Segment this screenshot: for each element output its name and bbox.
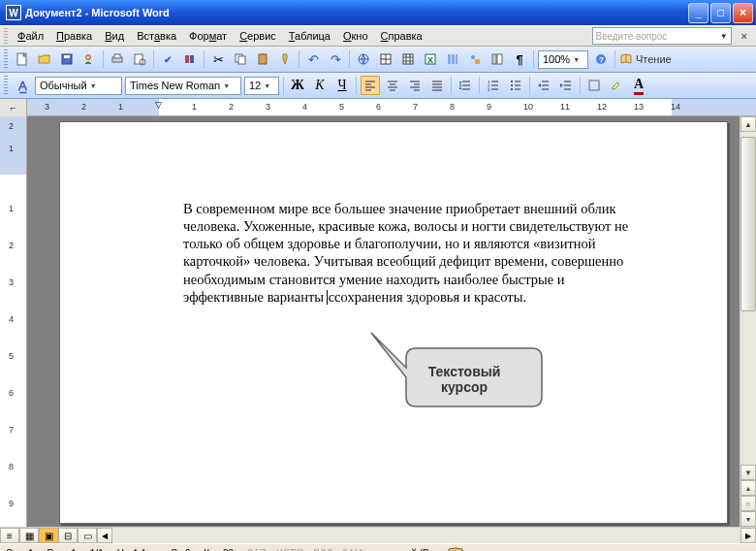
scroll-thumb[interactable] (740, 137, 756, 311)
font-size-combo[interactable]: 12▼ (244, 77, 279, 95)
document-close-button[interactable]: × (737, 28, 752, 44)
close-button[interactable]: × (733, 3, 753, 23)
page[interactable]: В современном мире все большее значение … (59, 121, 728, 524)
reading-layout-button[interactable]: Чтение (619, 52, 672, 66)
web-layout-button[interactable]: ▦ (19, 528, 39, 543)
document-text[interactable]: В современном мире все большее значение … (183, 200, 648, 306)
menu-справка[interactable]: Справка (375, 28, 428, 44)
align-left-button[interactable] (361, 76, 380, 95)
vertical-scrollbar[interactable]: ▲ ▼ ▴ ○ ▾ (740, 116, 756, 527)
cut-button[interactable]: ✂ (208, 49, 228, 69)
font-combo[interactable]: Times New Roman▼ (125, 77, 241, 95)
menu-вставка[interactable]: Вставка (131, 28, 182, 44)
italic-button[interactable]: К (310, 76, 330, 95)
ruler-number: 8 (450, 102, 455, 112)
justify-button[interactable] (427, 76, 447, 95)
status-bar: Стр. 1 Разд 1 1/1 На 4,4см Ст 6 Кол 22 З… (0, 543, 756, 551)
numbering-button[interactable]: 123 (484, 76, 503, 95)
next-page-button[interactable]: ▾ (740, 511, 756, 527)
undo-button[interactable]: ↶ (303, 49, 323, 69)
menu-файл[interactable]: Файл (12, 28, 49, 44)
borders-button[interactable] (584, 76, 604, 95)
document-area[interactable]: В современном мире все большее значение … (27, 116, 756, 527)
line-spacing-button[interactable] (456, 76, 475, 95)
maximize-button[interactable]: □ (710, 3, 731, 23)
print-layout-button[interactable]: ▣ (39, 528, 58, 543)
dropdown-icon[interactable]: ▼ (573, 56, 580, 63)
previous-page-button[interactable]: ▴ (740, 480, 756, 496)
drawing-button[interactable] (465, 49, 485, 69)
svg-point-61 (511, 84, 513, 86)
book-icon[interactable] (448, 547, 463, 552)
new-document-button[interactable] (13, 49, 32, 69)
dropdown-icon[interactable]: ▼ (90, 82, 97, 89)
research-button[interactable] (180, 49, 200, 69)
ruler-number: 3 (45, 102, 49, 112)
paste-button[interactable] (253, 49, 272, 69)
document-map-button[interactable] (488, 49, 507, 69)
menu-сервис[interactable]: Сервис (234, 28, 282, 44)
hyperlink-button[interactable] (354, 49, 373, 69)
help-button[interactable]: ? (591, 49, 611, 69)
bullets-button[interactable] (506, 76, 525, 95)
dropdown-icon[interactable]: ▼ (720, 32, 728, 41)
styles-pane-button[interactable]: A̲ (13, 79, 32, 93)
zoom-combo[interactable]: 100%▼ (538, 50, 588, 69)
permission-button[interactable] (79, 49, 99, 69)
dropdown-icon[interactable]: ▼ (264, 82, 270, 89)
help-search-box[interactable]: Введите вопрос ▼ (592, 27, 732, 45)
tables-borders-button[interactable] (376, 49, 395, 69)
format-painter-button[interactable] (275, 49, 295, 69)
columns-button[interactable] (443, 49, 462, 69)
excel-button[interactable]: X (421, 49, 440, 69)
scroll-left-button[interactable]: ◀ (97, 528, 112, 543)
browse-object-button[interactable]: ○ (740, 496, 756, 511)
insert-table-button[interactable] (398, 49, 418, 69)
vertical-ruler[interactable]: 2 1 1 2 3 4 5 6 7 8 9 (0, 116, 27, 527)
underline-button[interactable]: Ч (332, 76, 352, 95)
align-right-button[interactable] (405, 76, 425, 95)
workspace: 2 1 1 2 3 4 5 6 7 8 9 В современном мире… (0, 116, 756, 527)
toolbar-grip[interactable] (4, 76, 8, 95)
highlight-button[interactable] (607, 76, 626, 95)
style-combo[interactable]: Обычный▼ (35, 77, 122, 95)
callout-line2: курсор (406, 379, 522, 395)
menu-таблица[interactable]: Таблица (283, 28, 336, 44)
toolbar-grip[interactable] (4, 49, 8, 69)
font-color-button[interactable]: A (629, 76, 648, 95)
toolbar-grip[interactable] (4, 28, 8, 44)
menu-правка[interactable]: Правка (50, 28, 98, 44)
menu-вид[interactable]: Вид (99, 28, 130, 44)
ruler-number: 1 (192, 102, 197, 112)
scroll-down-button[interactable]: ▼ (740, 465, 756, 480)
scroll-up-button[interactable]: ▲ (740, 116, 756, 132)
copy-button[interactable] (231, 49, 250, 69)
bottom-bar: ≡ ▦ ▣ ⊟ ▭ ◀ ▶ (0, 527, 756, 543)
outline-view-button[interactable]: ⊟ (58, 528, 78, 543)
decrease-indent-button[interactable] (534, 76, 553, 95)
increase-indent-button[interactable] (556, 76, 576, 95)
ruler-number: 2 (229, 102, 234, 112)
scroll-right-button[interactable]: ▶ (740, 528, 756, 543)
callout-line1: Текстовый (406, 364, 522, 379)
svg-rect-12 (259, 54, 267, 64)
bold-button[interactable]: Ж (288, 76, 307, 95)
horizontal-ruler[interactable]: 3211234567891011121314 ▽ (27, 99, 756, 115)
open-button[interactable] (35, 49, 54, 69)
spellcheck-button[interactable]: ✔ (158, 49, 177, 69)
print-preview-button[interactable] (130, 49, 149, 69)
dropdown-icon[interactable]: ▼ (223, 82, 230, 89)
reading-view-button[interactable]: ▭ (78, 528, 97, 543)
ruler-corner: ⌐ (0, 99, 27, 116)
menu-формат[interactable]: Формат (183, 28, 233, 44)
show-formatting-button[interactable]: ¶ (510, 49, 529, 69)
help-search-placeholder: Введите вопрос (596, 31, 668, 42)
horizontal-scrollbar[interactable]: ◀ ▶ (97, 528, 756, 543)
redo-button[interactable]: ↷ (326, 49, 345, 69)
print-button[interactable] (108, 49, 127, 69)
menu-окно[interactable]: Окно (337, 28, 374, 44)
save-button[interactable] (57, 49, 77, 69)
align-center-button[interactable] (383, 76, 402, 95)
normal-view-button[interactable]: ≡ (0, 528, 19, 543)
minimize-button[interactable]: _ (688, 3, 709, 23)
